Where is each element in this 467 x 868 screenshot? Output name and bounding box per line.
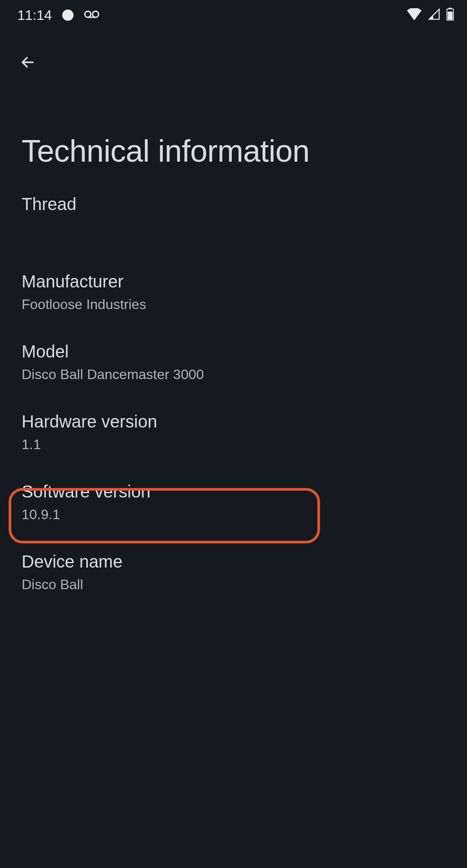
info-title: Software version [22, 482, 445, 501]
page-title: Technical information [0, 73, 467, 195]
cellular-signal-icon [427, 8, 441, 22]
info-title: Hardware version [22, 412, 445, 431]
info-value: Footloose Industries [22, 297, 445, 313]
info-item-device-name[interactable]: Device name Disco Ball [0, 537, 467, 607]
info-value: 1.1 [22, 437, 445, 453]
svg-rect-5 [448, 12, 452, 20]
info-item-hardware-version[interactable]: Hardware version 1.1 [0, 397, 467, 467]
battery-icon [446, 8, 454, 22]
status-bar-left: 11:14 [17, 7, 99, 23]
status-bar: 11:14 [0, 0, 467, 30]
status-time: 11:14 [17, 7, 52, 23]
info-title: Model [22, 342, 445, 361]
svg-point-0 [85, 11, 91, 17]
info-item-model[interactable]: Model Disco Ball Dancemaster 3000 [0, 327, 467, 397]
info-value: Disco Ball Dancemaster 3000 [22, 367, 445, 383]
info-title: Manufacturer [22, 272, 445, 291]
svg-point-1 [93, 11, 99, 17]
voicemail-icon [84, 10, 99, 20]
info-value: 10.9.1 [22, 507, 445, 523]
recording-indicator-icon [62, 10, 74, 21]
info-value: Disco Ball [22, 577, 445, 593]
back-button[interactable] [17, 52, 38, 73]
info-item-software-version[interactable]: Software version 10.9.1 [0, 467, 467, 537]
info-item-manufacturer[interactable]: Manufacturer Footloose Industries [0, 257, 467, 327]
app-header [0, 30, 467, 73]
status-bar-right [406, 8, 454, 22]
wifi-icon [406, 8, 422, 22]
section-label: Thread [0, 195, 467, 257]
info-title: Device name [22, 552, 445, 571]
